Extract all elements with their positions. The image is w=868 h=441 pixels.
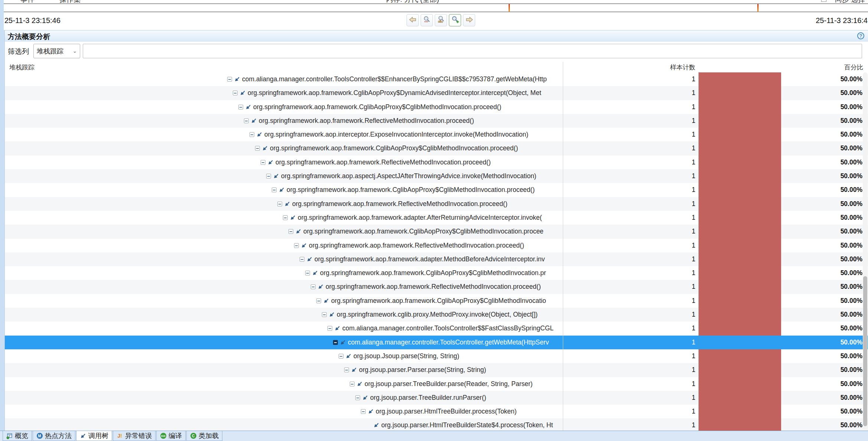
collapse-toggle[interactable] (227, 77, 232, 82)
forward-button[interactable] (463, 14, 475, 26)
tree-row[interactable]: org.jsoup.Jsoup.parse(String, String)150… (5, 349, 868, 363)
tree-row[interactable]: org.springframework.aop.framework.CglibA… (5, 266, 868, 280)
collapse-toggle[interactable] (339, 354, 343, 359)
collapse-toggle[interactable] (350, 382, 355, 386)
tab-编译[interactable]: 010编译 (156, 431, 186, 441)
vertical-scrollbar[interactable] (863, 72, 868, 430)
collapse-toggle[interactable] (266, 174, 271, 179)
menu-item-event[interactable]: 事件 (20, 0, 35, 3)
stack-frame-cell: org.jsoup.parser.HtmlTreeBuilderState$4.… (5, 418, 563, 431)
overview-icon (6, 433, 13, 439)
method-arrow-icon (234, 76, 240, 82)
tab-调用树[interactable]: 调用树 (76, 431, 112, 441)
menu-item-action-set[interactable]: 操作集 (59, 0, 81, 3)
tree-row[interactable]: org.jsoup.parser.Parser.parse(String, St… (5, 363, 868, 377)
tree-row[interactable]: org.jsoup.parser.TreeBuilder.parse(Reade… (5, 377, 868, 391)
scrollbar-thumb[interactable] (863, 276, 867, 426)
stack-frame-text: org.jsoup.parser.TreeBuilder.runParser() (370, 391, 486, 405)
stack-frame-text: org.jsoup.parser.HtmlTreeBuilderState$4.… (381, 418, 553, 431)
tree-row[interactable]: org.springframework.aop.framework.CglibA… (5, 183, 868, 197)
tree-row[interactable]: org.jsoup.parser.TreeBuilder.runParser()… (5, 391, 868, 405)
collapse-toggle[interactable] (249, 132, 254, 137)
percent-value: 50.00% (747, 280, 862, 294)
collapse-toggle[interactable] (244, 118, 249, 123)
zoom-in-button[interactable] (449, 14, 461, 26)
tree-row[interactable]: org.springframework.aop.framework.adapte… (5, 252, 868, 266)
back-button[interactable] (407, 14, 419, 26)
collapse-toggle[interactable] (300, 257, 304, 262)
tab-label: 类加载 (199, 431, 219, 440)
help-icon[interactable]: ? (857, 32, 864, 39)
collapse-toggle[interactable] (294, 243, 299, 248)
filter-column-label: 筛选列 (8, 47, 29, 56)
collapse-toggle[interactable] (255, 146, 260, 151)
sync-selection-checkbox[interactable] (821, 0, 826, 2)
collapse-toggle[interactable] (322, 312, 327, 317)
tab-异常错误[interactable]: J!异常错误 (113, 431, 156, 441)
sample-count-value: 1 (565, 405, 695, 418)
tree-row[interactable]: org.springframework.aop.aspectj.AspectJA… (5, 169, 868, 183)
percent-value: 50.00% (747, 100, 862, 114)
collapse-toggle[interactable] (233, 91, 238, 95)
collapse-toggle[interactable] (316, 298, 321, 303)
sample-count-value: 1 (565, 266, 695, 280)
tree-row[interactable]: org.springframework.cglib.proxy.MethodPr… (5, 308, 868, 321)
timeline-strip[interactable] (4, 3, 868, 12)
collapse-toggle[interactable] (288, 229, 293, 234)
collapse-toggle[interactable] (333, 340, 338, 345)
percent-value: 50.00% (747, 211, 862, 225)
tree-row[interactable]: org.springframework.aop.framework.CglibA… (5, 86, 868, 100)
stack-frame-cell: org.springframework.aop.framework.adapte… (5, 252, 563, 266)
collapse-toggle[interactable] (261, 160, 265, 165)
method-arrow-icon (273, 173, 279, 179)
tab-类加载[interactable]: C类加载 (186, 431, 222, 441)
tree-row[interactable]: org.jsoup.parser.HtmlTreeBuilder.process… (5, 405, 868, 418)
filter-column-select[interactable]: 堆栈跟踪 ⌄ (33, 44, 80, 58)
tab-label: 编译 (169, 431, 182, 440)
tree-row[interactable]: org.springframework.aop.framework.adapte… (5, 211, 868, 225)
tree-row[interactable]: org.springframework.aop.framework.CglibA… (5, 225, 868, 238)
stack-frame-text: org.springframework.aop.framework.CglibA… (303, 225, 544, 238)
tree-row[interactable]: org.springframework.aop.framework.Reflec… (5, 280, 868, 294)
collapse-toggle[interactable] (311, 284, 316, 289)
tree-row[interactable]: org.springframework.aop.framework.Reflec… (5, 114, 868, 128)
collapse-toggle[interactable] (277, 202, 282, 206)
tree-row[interactable]: org.springframework.aop.interceptor.Expo… (5, 128, 868, 141)
column-header-stack-trace[interactable]: 堆栈跟踪 (9, 63, 35, 72)
stack-frame-cell: org.springframework.aop.framework.Reflec… (5, 280, 563, 294)
stack-frame-text: org.jsoup.parser.TreeBuilder.parse(Reade… (365, 377, 533, 391)
stack-frame-cell: org.jsoup.parser.HtmlTreeBuilder.process… (5, 405, 563, 418)
tree-row[interactable]: com.alianga.manager.controller.ToolsCont… (5, 336, 868, 349)
collapse-toggle[interactable] (344, 368, 349, 372)
tree-row[interactable]: org.springframework.aop.framework.Reflec… (5, 156, 868, 169)
collapse-toggle[interactable] (361, 409, 366, 414)
tab-label: 热点方法 (45, 431, 72, 440)
stack-frame-cell: org.springframework.aop.framework.CglibA… (5, 266, 563, 280)
sample-count-value: 1 (565, 391, 695, 405)
filter-text-input[interactable] (83, 44, 862, 58)
column-header-percent[interactable]: 百分比 (747, 63, 863, 72)
tree-row[interactable]: org.springframework.aop.framework.CglibA… (5, 141, 868, 155)
tree-row[interactable]: org.springframework.aop.framework.Reflec… (5, 197, 868, 211)
tab-热点方法[interactable]: M热点方法 (33, 431, 75, 441)
menu-item-memory-mode[interactable]: 内存: 分代 (全部) (386, 0, 439, 3)
collapse-toggle[interactable] (327, 326, 332, 331)
tree-row[interactable]: org.springframework.aop.framework.Reflec… (5, 239, 868, 252)
collapse-toggle[interactable] (238, 105, 243, 110)
tree-row[interactable]: org.jsoup.parser.HtmlTreeBuilderState$4.… (5, 418, 868, 431)
method-arrow-icon (301, 243, 307, 248)
collapse-toggle[interactable] (305, 271, 310, 275)
zoom-out-button[interactable] (421, 14, 433, 26)
tree-row[interactable]: com.alianga.manager.controller.ToolsCont… (5, 72, 868, 86)
sample-count-value: 1 (565, 294, 695, 308)
collapse-toggle[interactable] (272, 187, 277, 192)
zoom-fit-button[interactable] (435, 14, 447, 26)
tree-row[interactable]: com.alianga.manager.controller.ToolsCont… (5, 321, 868, 335)
tab-概览[interactable]: 概览 (3, 431, 32, 441)
stack-frame-cell: org.springframework.aop.framework.Reflec… (5, 239, 563, 252)
tree-row[interactable]: org.springframework.aop.framework.CglibA… (5, 294, 868, 308)
tree-row[interactable]: org.springframework.aop.framework.CglibA… (5, 100, 868, 114)
collapse-toggle[interactable] (283, 215, 288, 220)
column-header-sample-count[interactable]: 样本计数 (565, 63, 695, 72)
collapse-toggle[interactable] (355, 395, 360, 400)
